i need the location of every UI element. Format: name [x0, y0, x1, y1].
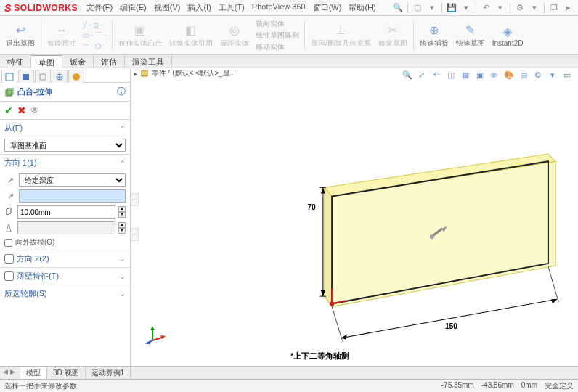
dimension-height[interactable]: 70: [307, 187, 326, 296]
svg-marker-34: [145, 341, 150, 344]
chevron-down-icon: ⌄: [120, 273, 126, 280]
menu-edit[interactable]: 编辑(E): [117, 1, 150, 15]
dir2-header[interactable]: 方向 2(2)⌄: [0, 250, 130, 267]
print-icon[interactable]: ▾: [461, 3, 471, 13]
thin-enable-checkbox[interactable]: [4, 271, 14, 281]
convert-button[interactable]: ◧ 转换实体引用: [166, 17, 216, 53]
options-icon[interactable]: ⚙: [515, 3, 525, 13]
dir1-header[interactable]: 方向 1(1)⌃: [0, 155, 130, 171]
menu-window[interactable]: 窗口(W): [310, 1, 345, 15]
doc-tab-motion[interactable]: 运动算例1: [86, 367, 131, 379]
svg-marker-28: [551, 299, 557, 303]
panel-tab-dim[interactable]: [52, 70, 68, 83]
detail-preview-icon[interactable]: 👁: [30, 105, 39, 115]
status-coord-y: -43.56mm: [481, 381, 514, 391]
menu-tools[interactable]: 工具(T): [216, 1, 248, 15]
open-icon[interactable]: ▾: [427, 3, 437, 13]
panel-tab-feature-tree[interactable]: [1, 70, 17, 83]
svg-marker-11: [325, 187, 332, 306]
quick-sketch-button[interactable]: ✎ 快速草图: [453, 17, 488, 53]
pm-ok-cancel: ✔ ✖ 👁: [0, 102, 130, 119]
panel-tab-property[interactable]: [18, 70, 34, 83]
tab-sheetmetal[interactable]: 钣金: [62, 55, 94, 68]
draft-outward-checkbox[interactable]: [4, 239, 12, 247]
menu-file[interactable]: 文件(F): [84, 1, 115, 15]
exit-sketch-icon: ↩: [12, 23, 28, 38]
chevron-up-icon: ⌃: [120, 160, 126, 167]
dim-width-value: 150: [445, 322, 457, 330]
arc-tool-icon[interactable]: ◠ · ⬡ ·: [81, 41, 109, 51]
more-icon[interactable]: ▾: [529, 3, 540, 13]
svg-rect-0: [6, 73, 13, 81]
draft-input[interactable]: [17, 221, 115, 234]
panel-tab-config[interactable]: [35, 70, 51, 83]
redo-icon[interactable]: ▾: [495, 3, 505, 13]
svg-point-5: [73, 73, 80, 81]
close-icon[interactable]: ▸: [563, 3, 574, 13]
linear-pattern-tool[interactable]: 线性草图阵列: [253, 30, 301, 41]
menu-help[interactable]: 帮助(H): [346, 1, 378, 15]
doc-tab-3dview[interactable]: 3D 视图: [47, 367, 86, 379]
trim-button[interactable]: ✂ 修复草图: [375, 17, 410, 53]
convert-icon: ◧: [183, 23, 199, 38]
menu-view[interactable]: 视图(V): [151, 1, 184, 15]
quick-snap-button[interactable]: ⊕ 快速捕捉: [417, 17, 452, 53]
draft-icon[interactable]: [4, 222, 15, 234]
draft-outward-check[interactable]: 向外拔模(O): [4, 237, 126, 248]
save-icon[interactable]: 💾: [447, 3, 457, 13]
offset-button[interactable]: ◎ 等距实体: [217, 17, 252, 53]
doc-tab-model[interactable]: 模型: [20, 367, 47, 379]
menu-insert[interactable]: 插入(I): [184, 1, 213, 15]
contours-header[interactable]: 所选轮廓(S)⌄: [0, 285, 130, 302]
move-tool[interactable]: 移动实体: [253, 41, 301, 53]
undo-icon[interactable]: ↶: [481, 3, 491, 13]
view-triad[interactable]: [145, 322, 167, 344]
thin-header[interactable]: 薄壁特征(T)⌄: [0, 268, 130, 285]
pm-title: 凸台-拉伸: [17, 86, 117, 97]
ok-button[interactable]: ✔: [4, 105, 13, 116]
tab-sketch[interactable]: 草图: [31, 55, 62, 68]
status-coord-x: -75.35mm: [441, 381, 474, 391]
extrude-icon: ▣: [132, 23, 148, 38]
new-doc-icon[interactable]: ▢: [412, 3, 423, 13]
panel-tab-appearance[interactable]: [68, 70, 84, 83]
direction-ref-input[interactable]: [19, 189, 126, 203]
search-icon[interactable]: 🔍: [393, 3, 403, 13]
graphics-viewport[interactable]: ⋮ ⋮ ▸ 零件7 (默认< <默认>_显... 🔍 ⤢ ↶ ◫ ▦ ▣ 👁 🎨…: [131, 68, 578, 366]
tab-features[interactable]: 特征: [0, 55, 31, 68]
depth-spinner[interactable]: ▲▼: [118, 206, 126, 218]
property-icon: [22, 73, 30, 81]
tab-render[interactable]: 渲染工具: [125, 55, 172, 68]
title-quick-tools: 🔍 ▢ ▾ 💾 ▾ ↶ ▾ ⚙ ▾ ❐ ▸: [393, 3, 574, 13]
cancel-button[interactable]: ✖: [17, 105, 26, 116]
direction-icon[interactable]: ↗: [4, 190, 16, 202]
from-header[interactable]: 从(F)⌃: [0, 120, 130, 136]
instant2d-button[interactable]: ◈ Instant2D: [489, 17, 526, 53]
depth-input[interactable]: [17, 205, 115, 219]
tab-evaluate[interactable]: 评估: [94, 55, 125, 68]
help-icon[interactable]: ⓘ: [117, 86, 126, 98]
tab-nav-icons[interactable]: ◀ ▶: [3, 368, 15, 375]
line-tool-icon[interactable]: ╱ · ⊙ ·: [81, 20, 109, 30]
reverse-dir-icon[interactable]: ↗: [4, 174, 16, 186]
from-select[interactable]: 草图基准面: [4, 139, 126, 152]
svg-line-25: [332, 307, 342, 341]
svg-point-18: [430, 234, 434, 239]
menu-photoview[interactable]: PhotoView 360: [249, 1, 309, 15]
end-condition-select[interactable]: 给定深度: [19, 173, 126, 187]
restore-icon[interactable]: ❐: [549, 3, 559, 13]
extrude-button[interactable]: ▣ 拉伸实体凸台: [115, 17, 165, 53]
relations-icon: ⊥: [333, 23, 349, 38]
rect-tool-icon[interactable]: ▭ · ⌒ ·: [81, 30, 109, 41]
ribbon: ↩ 退出草图 ↔ 智能尺寸 ╱ · ⊙ · ▭ · ⌒ · ◠ · ⬡ · ▣ …: [0, 16, 578, 55]
smart-dim-button[interactable]: ↔ 智能尺寸: [44, 17, 79, 53]
draft-spinner[interactable]: ▲▼: [118, 222, 126, 234]
pm-section-dir2: 方向 2(2)⌄: [0, 250, 130, 267]
status-bar: 选择一把手来修改参数 -75.35mm -43.56mm 0mm 完全定义: [0, 379, 578, 392]
mirror-tool[interactable]: 镜向实体: [253, 18, 301, 30]
exit-sketch-button[interactable]: ↩ 退出草图: [3, 17, 38, 53]
relations-button[interactable]: ⊥ 显示/删除几何关系: [308, 17, 374, 53]
svg-rect-1: [23, 74, 29, 80]
dir2-enable-checkbox[interactable]: [4, 254, 14, 264]
svg-marker-30: [150, 326, 155, 330]
